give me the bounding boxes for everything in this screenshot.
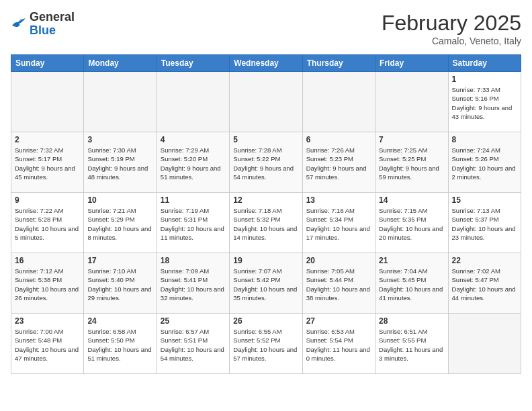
calendar-cell: 9Sunrise: 7:22 AM Sunset: 5:28 PM Daylig… xyxy=(11,193,84,253)
calendar-cell: 16Sunrise: 7:12 AM Sunset: 5:38 PM Dayli… xyxy=(11,253,84,314)
calendar-cell: 5Sunrise: 7:28 AM Sunset: 5:22 PM Daylig… xyxy=(230,132,302,193)
day-number: 27 xyxy=(306,316,371,326)
day-info: Sunrise: 7:02 AM Sunset: 5:47 PM Dayligh… xyxy=(452,267,517,302)
day-number: 4 xyxy=(161,135,226,144)
day-number: 8 xyxy=(452,135,517,144)
day-number: 10 xyxy=(87,195,152,205)
calendar-cell: 28Sunrise: 6:51 AM Sunset: 5:55 PM Dayli… xyxy=(375,314,448,374)
calendar-cell: 27Sunrise: 6:53 AM Sunset: 5:54 PM Dayli… xyxy=(302,314,375,374)
logo: General Blue xyxy=(11,11,75,38)
day-number: 17 xyxy=(87,256,152,265)
calendar-cell: 18Sunrise: 7:09 AM Sunset: 5:41 PM Dayli… xyxy=(157,253,229,314)
day-number: 16 xyxy=(15,256,80,265)
calendar-cell: 21Sunrise: 7:04 AM Sunset: 5:45 PM Dayli… xyxy=(375,253,448,314)
day-info: Sunrise: 6:51 AM Sunset: 5:55 PM Dayligh… xyxy=(379,327,444,363)
calendar-cell: 4Sunrise: 7:29 AM Sunset: 5:20 PM Daylig… xyxy=(157,132,229,193)
calendar-cell: 8Sunrise: 7:24 AM Sunset: 5:26 PM Daylig… xyxy=(448,132,521,193)
day-number: 23 xyxy=(15,316,80,326)
calendar-cell: 17Sunrise: 7:10 AM Sunset: 5:40 PM Dayli… xyxy=(84,253,157,314)
day-info: Sunrise: 6:57 AM Sunset: 5:51 PM Dayligh… xyxy=(161,327,226,363)
day-info: Sunrise: 7:05 AM Sunset: 5:44 PM Dayligh… xyxy=(306,267,371,302)
day-number: 6 xyxy=(306,135,371,144)
calendar-cell xyxy=(302,72,375,132)
day-header-sunday: Sunday xyxy=(11,55,84,72)
logo-icon xyxy=(11,16,27,32)
day-info: Sunrise: 7:09 AM Sunset: 5:41 PM Dayligh… xyxy=(161,267,226,302)
day-info: Sunrise: 7:18 AM Sunset: 5:32 PM Dayligh… xyxy=(233,206,298,242)
day-header-wednesday: Wednesday xyxy=(230,55,302,72)
day-number: 20 xyxy=(306,256,371,265)
day-info: Sunrise: 6:53 AM Sunset: 5:54 PM Dayligh… xyxy=(306,327,371,363)
day-info: Sunrise: 6:55 AM Sunset: 5:52 PM Dayligh… xyxy=(233,327,298,363)
calendar-cell: 3Sunrise: 7:30 AM Sunset: 5:19 PM Daylig… xyxy=(84,132,157,193)
calendar-cell: 7Sunrise: 7:25 AM Sunset: 5:25 PM Daylig… xyxy=(375,132,448,193)
day-header-thursday: Thursday xyxy=(302,55,375,72)
day-header-tuesday: Tuesday xyxy=(157,55,229,72)
calendar-cell: 15Sunrise: 7:13 AM Sunset: 5:37 PM Dayli… xyxy=(448,193,521,253)
calendar-cell xyxy=(84,72,157,132)
calendar-cell: 22Sunrise: 7:02 AM Sunset: 5:47 PM Dayli… xyxy=(448,253,521,314)
calendar-subtitle: Camalo, Veneto, Italy xyxy=(382,36,521,46)
day-info: Sunrise: 6:58 AM Sunset: 5:50 PM Dayligh… xyxy=(87,327,152,363)
day-info: Sunrise: 7:04 AM Sunset: 5:45 PM Dayligh… xyxy=(379,267,444,302)
day-number: 2 xyxy=(15,135,80,144)
calendar-cell: 25Sunrise: 6:57 AM Sunset: 5:51 PM Dayli… xyxy=(157,314,229,374)
calendar-cell: 14Sunrise: 7:15 AM Sunset: 5:35 PM Dayli… xyxy=(375,193,448,253)
title-block: February 2025 Camalo, Veneto, Italy xyxy=(382,11,521,46)
day-info: Sunrise: 7:07 AM Sunset: 5:42 PM Dayligh… xyxy=(233,267,298,302)
day-number: 11 xyxy=(161,195,226,205)
calendar-week-row: 16Sunrise: 7:12 AM Sunset: 5:38 PM Dayli… xyxy=(11,253,521,314)
calendar-title: February 2025 xyxy=(382,11,521,36)
calendar-cell: 2Sunrise: 7:32 AM Sunset: 5:17 PM Daylig… xyxy=(11,132,84,193)
calendar-cell: 23Sunrise: 7:00 AM Sunset: 5:48 PM Dayli… xyxy=(11,314,84,374)
day-header-monday: Monday xyxy=(84,55,157,72)
calendar-cell xyxy=(157,72,229,132)
calendar-cell xyxy=(375,72,448,132)
logo-blue-text: Blue xyxy=(30,24,75,38)
calendar-cell: 26Sunrise: 6:55 AM Sunset: 5:52 PM Dayli… xyxy=(230,314,302,374)
day-number: 12 xyxy=(233,195,298,205)
day-header-friday: Friday xyxy=(375,55,448,72)
day-number: 15 xyxy=(452,195,517,205)
calendar-cell: 11Sunrise: 7:19 AM Sunset: 5:31 PM Dayli… xyxy=(157,193,229,253)
calendar-cell: 10Sunrise: 7:21 AM Sunset: 5:29 PM Dayli… xyxy=(84,193,157,253)
day-number: 13 xyxy=(306,195,371,205)
calendar-cell xyxy=(11,72,84,132)
calendar-table: SundayMondayTuesdayWednesdayThursdayFrid… xyxy=(11,54,521,374)
calendar-header-row: SundayMondayTuesdayWednesdayThursdayFrid… xyxy=(11,55,521,72)
day-number: 9 xyxy=(15,195,80,205)
day-info: Sunrise: 7:19 AM Sunset: 5:31 PM Dayligh… xyxy=(161,206,226,242)
day-info: Sunrise: 7:25 AM Sunset: 5:25 PM Dayligh… xyxy=(379,146,444,181)
day-number: 14 xyxy=(379,195,444,205)
day-info: Sunrise: 7:12 AM Sunset: 5:38 PM Dayligh… xyxy=(15,267,80,302)
logo-general-text: General xyxy=(30,11,75,24)
day-info: Sunrise: 7:26 AM Sunset: 5:23 PM Dayligh… xyxy=(306,146,371,181)
day-number: 5 xyxy=(233,135,298,144)
day-number: 25 xyxy=(161,316,226,326)
day-number: 22 xyxy=(452,256,517,265)
day-number: 24 xyxy=(87,316,152,326)
day-number: 18 xyxy=(161,256,226,265)
day-number: 19 xyxy=(233,256,298,265)
day-info: Sunrise: 7:28 AM Sunset: 5:22 PM Dayligh… xyxy=(233,146,298,181)
calendar-cell xyxy=(230,72,302,132)
day-info: Sunrise: 7:22 AM Sunset: 5:28 PM Dayligh… xyxy=(15,206,80,242)
calendar-cell: 6Sunrise: 7:26 AM Sunset: 5:23 PM Daylig… xyxy=(302,132,375,193)
day-number: 7 xyxy=(379,135,444,144)
calendar-cell: 12Sunrise: 7:18 AM Sunset: 5:32 PM Dayli… xyxy=(230,193,302,253)
day-header-saturday: Saturday xyxy=(448,55,521,72)
calendar-cell: 24Sunrise: 6:58 AM Sunset: 5:50 PM Dayli… xyxy=(84,314,157,374)
calendar-week-row: 9Sunrise: 7:22 AM Sunset: 5:28 PM Daylig… xyxy=(11,193,521,253)
day-info: Sunrise: 7:33 AM Sunset: 5:16 PM Dayligh… xyxy=(452,85,517,121)
day-number: 1 xyxy=(452,75,517,84)
day-info: Sunrise: 7:21 AM Sunset: 5:29 PM Dayligh… xyxy=(87,206,152,242)
calendar-cell xyxy=(448,314,521,374)
day-info: Sunrise: 7:29 AM Sunset: 5:20 PM Dayligh… xyxy=(161,146,226,181)
day-info: Sunrise: 7:30 AM Sunset: 5:19 PM Dayligh… xyxy=(87,146,152,181)
day-number: 3 xyxy=(87,135,152,144)
calendar-week-row: 23Sunrise: 7:00 AM Sunset: 5:48 PM Dayli… xyxy=(11,314,521,374)
day-info: Sunrise: 7:24 AM Sunset: 5:26 PM Dayligh… xyxy=(452,146,517,181)
calendar-week-row: 2Sunrise: 7:32 AM Sunset: 5:17 PM Daylig… xyxy=(11,132,521,193)
day-number: 26 xyxy=(233,316,298,326)
page-header: General Blue February 2025 Camalo, Venet… xyxy=(11,11,521,46)
